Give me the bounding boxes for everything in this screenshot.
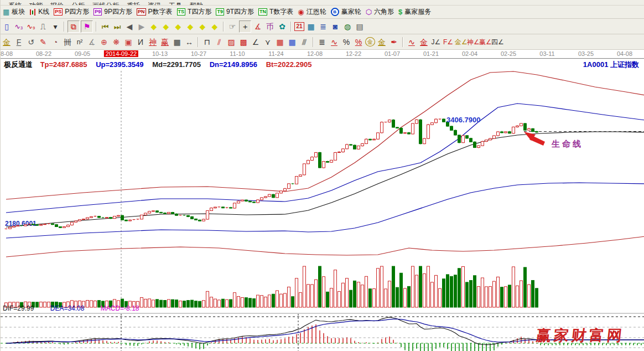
spiral-tool[interactable]: ↺ xyxy=(25,37,37,48)
calculator-button[interactable]: ▦ xyxy=(305,21,316,32)
prev-bar-button[interactable]: ◀ xyxy=(124,21,135,32)
menu-item-2[interactable]: 报价 xyxy=(50,1,64,6)
gold-line-tool[interactable]: 金 xyxy=(1,37,12,48)
zoom-diamond-out[interactable]: ◆ xyxy=(185,21,196,32)
wave-v-tool[interactable]: ⋎ xyxy=(262,37,273,48)
shen-angle-tool[interactable]: 神∠ xyxy=(467,37,478,48)
f-line-tool[interactable]: F xyxy=(13,37,24,48)
menu-bar[interactable]: 系统功能报价分析画线分析委托资讯工具帮助 xyxy=(1,0,644,6)
n-quote-tool[interactable]: И xyxy=(135,37,146,48)
t-square-button[interactable]: TST四方形 xyxy=(177,7,212,17)
t-number-button[interactable]: TNT数字表 xyxy=(258,7,293,17)
date-tick[interactable]: 08-08 xyxy=(0,50,13,57)
ray-fan-tool[interactable]: ⫽ xyxy=(214,37,225,48)
ying-tool[interactable]: 赢 xyxy=(159,37,170,48)
red-wave-gold-tool[interactable]: ∿ xyxy=(406,37,417,48)
star-circle-tool[interactable]: ❋ xyxy=(111,37,122,48)
zoom-diamond-star[interactable]: ◆ xyxy=(197,21,208,32)
square-star-tool[interactable]: ▣ xyxy=(123,37,134,48)
date-tick[interactable]: 02-25 xyxy=(501,50,516,57)
pattern-icon[interactable]: ⧉ xyxy=(67,20,80,33)
chart-area[interactable]: 2180.6001 极反通道 Tp=2487.6885 Up=2395.3549… xyxy=(1,59,644,351)
date-tick[interactable]: 04-08 xyxy=(617,50,632,57)
trend-flag-icon[interactable]: ⚑ xyxy=(81,20,93,33)
compare-icon[interactable]: ▯ xyxy=(1,21,12,32)
calendar-button[interactable]: 21 xyxy=(294,22,304,31)
percent-tool[interactable]: % xyxy=(341,37,352,48)
winner-wheel-button[interactable]: B赢家轮 xyxy=(331,7,361,17)
hexagon-button[interactable]: ⬡六角形 xyxy=(366,7,394,17)
purple-window-icon[interactable]: 币 xyxy=(264,21,276,32)
candle-style-dropdown[interactable]: ▾ xyxy=(50,21,61,32)
date-tick[interactable]: 09-05 xyxy=(75,50,90,57)
next-bar-button[interactable]: ▶ xyxy=(136,21,147,32)
frame-tool[interactable]: ⊓ xyxy=(201,37,212,48)
bars3-icon[interactable]: ∿₃ xyxy=(13,21,24,32)
candle-style-icon[interactable]: ⎍ xyxy=(38,21,49,32)
menu-item-6[interactable]: 资讯 xyxy=(148,1,161,6)
shen-tool[interactable]: 神 xyxy=(147,37,158,48)
date-tick[interactable]: 10-13 xyxy=(152,50,168,57)
hand-tool[interactable]: ☞ xyxy=(227,21,238,32)
menu-item-8[interactable]: 帮助 xyxy=(190,1,203,6)
date-tick[interactable]: 12-22 xyxy=(346,50,361,57)
percent-line-tool[interactable]: % xyxy=(353,37,364,48)
date-tick[interactable]: 02-04 xyxy=(462,50,477,57)
date-tick-highlighted[interactable]: 2014-09-22 xyxy=(104,50,138,57)
parallel-lines-tool[interactable]: ⫻ xyxy=(299,37,310,48)
gold-angle-tool[interactable]: 金∠ xyxy=(455,37,466,48)
print-button[interactable]: ▤ xyxy=(354,21,365,32)
menu-item-7[interactable]: 工具 xyxy=(169,1,182,6)
gold-circle-tool[interactable]: 金 xyxy=(365,37,375,47)
cycle-circle-tool[interactable]: ◔ xyxy=(50,37,61,48)
speed-grid-tool[interactable]: ▨ xyxy=(226,37,237,48)
menu-item-0[interactable]: 系统 xyxy=(8,1,22,6)
scale-tool[interactable]: 卌 xyxy=(62,37,73,48)
red-grid-tool[interactable]: ▦ xyxy=(274,37,285,48)
zoom-diamond-right[interactable]: ◆ xyxy=(160,21,172,32)
bar-target-tool[interactable]: ≣ xyxy=(316,37,328,48)
four-angle-tool[interactable]: 四∠ xyxy=(491,37,502,48)
date-tick[interactable]: 12-08 xyxy=(307,50,323,57)
gann-wheel-button[interactable]: ◉江恩轮 xyxy=(298,7,326,17)
date-tick[interactable]: 10-27 xyxy=(191,50,206,57)
date-tick[interactable]: 01-21 xyxy=(423,50,439,57)
trend-angle-tool[interactable]: ∠ xyxy=(250,37,261,48)
f-angle-tool[interactable]: F∠ xyxy=(443,37,454,48)
p-number-button[interactable]: PNP数字表 xyxy=(137,7,173,17)
zoom-diamond-full[interactable]: ◆ xyxy=(209,21,220,32)
bars9-icon[interactable]: ∿₉ xyxy=(25,21,37,32)
winner-service-button[interactable]: $赢家服务 xyxy=(398,7,431,17)
first-bar-button[interactable]: ⏮ xyxy=(100,21,111,32)
angle-tool[interactable]: ∡ xyxy=(86,37,97,48)
kline-button[interactable]: K线 xyxy=(29,7,49,17)
menu-item-5[interactable]: 委托 xyxy=(127,1,140,6)
crosshair-tool[interactable]: ＋ xyxy=(239,20,251,33)
save-button[interactable]: ◙ xyxy=(330,21,341,32)
notes-button[interactable]: ≣ xyxy=(318,21,329,32)
zoom-diamond-in[interactable]: ◆ xyxy=(173,21,184,32)
menu-item-1[interactable]: 功能 xyxy=(29,1,43,6)
web-button[interactable]: ◍ xyxy=(342,21,353,32)
circle-cross-tool[interactable]: ⊕ xyxy=(98,37,110,48)
9p-square-button[interactable]: P99P四方形 xyxy=(94,7,132,17)
zoom-diamond-left[interactable]: ◆ xyxy=(148,21,159,32)
brain-icon[interactable]: ✿ xyxy=(277,21,288,32)
date-axis[interactable]: 08-0808-2209-052014-09-2210-1310-2711-10… xyxy=(1,50,644,59)
date-tick[interactable]: 11-24 xyxy=(268,50,283,57)
grid123-tool[interactable]: ▦ xyxy=(172,37,183,48)
n2-tool[interactable]: n² xyxy=(74,37,85,48)
hrange-tool[interactable]: ↔ xyxy=(184,37,195,48)
wave-percent-tool[interactable]: ∿ xyxy=(329,37,340,48)
date-tick[interactable]: 03-11 xyxy=(539,50,554,57)
sector-button[interactable]: ▦板块 xyxy=(3,7,25,17)
date-tick[interactable]: 08-22 xyxy=(36,50,51,57)
shaded-grid-tool[interactable]: ▩ xyxy=(238,37,249,48)
pencil-tool[interactable]: ✎ xyxy=(38,37,49,48)
gold-under-tool[interactable]: 金 xyxy=(376,37,387,48)
menu-item-4[interactable]: 画线分析 xyxy=(92,1,119,6)
last-bar-button[interactable]: ⏭ xyxy=(112,21,123,32)
angle-measure-tool[interactable]: ∡ xyxy=(252,21,263,32)
date-tick[interactable]: 11-10 xyxy=(230,50,245,57)
9t-square-button[interactable]: T99T四方形 xyxy=(216,7,254,17)
